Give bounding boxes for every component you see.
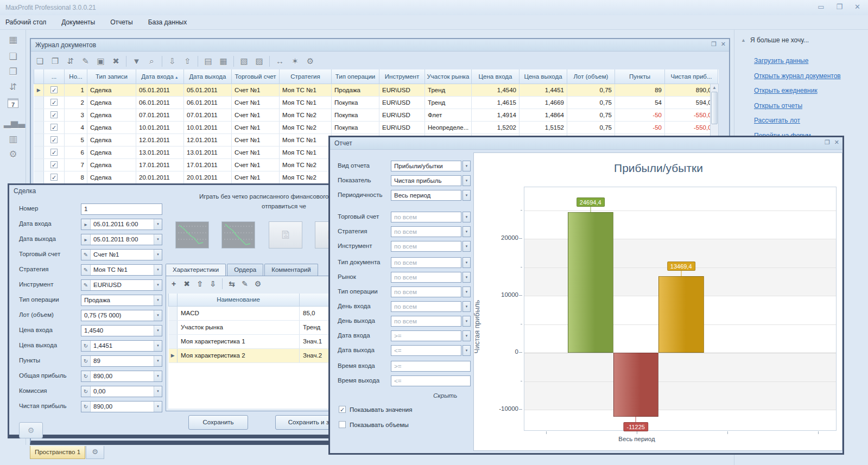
column-header[interactable]: Торговый счет xyxy=(232,69,280,84)
chevron-down-icon[interactable]: ▼ xyxy=(462,316,471,327)
restore-icon[interactable]: ❐ xyxy=(836,3,842,11)
pencil-icon[interactable]: ✎ xyxy=(81,280,91,290)
report-field-13[interactable]: <= xyxy=(391,345,461,356)
chart-bar[interactable] xyxy=(613,353,659,417)
chevron-down-icon[interactable]: ▼ xyxy=(462,241,471,252)
row-checkbox-icon[interactable]: ✓ xyxy=(50,174,58,181)
sort-asc-icon[interactable]: ⇧ xyxy=(181,54,194,68)
new-document-icon[interactable]: ❏ xyxy=(4,49,22,65)
report-field-14[interactable]: >= xyxy=(391,361,471,372)
checkbox-cell[interactable]: ✓ xyxy=(44,84,65,96)
report-field-1[interactable]: Прибыли/убытки xyxy=(391,161,461,171)
column-header[interactable]: Тип записи xyxy=(87,69,136,84)
table-row[interactable]: ✓2Сделка06.01.201106.01.2011Счет №1Моя Т… xyxy=(34,96,718,109)
chevron-down-icon[interactable]: ▼ xyxy=(154,295,162,305)
report-field-8[interactable]: по всем xyxy=(391,272,461,283)
chevron-down-icon[interactable]: ▼ xyxy=(154,219,162,230)
column-header[interactable]: Дата выхода xyxy=(184,69,232,84)
menu-item-documents[interactable]: Документы xyxy=(61,18,95,26)
column-header[interactable]: ... xyxy=(44,69,65,84)
row-checkbox-icon[interactable]: ✓ xyxy=(50,161,58,168)
table-row[interactable]: ▶✓1Сделка05.01.201105.01.2011Счет №1Моя … xyxy=(34,84,718,96)
add-record-icon[interactable]: ❏ xyxy=(33,54,47,68)
chevron-down-icon[interactable]: ▼ xyxy=(462,212,471,222)
reports-chart-icon[interactable]: ▂▅▃ xyxy=(4,116,22,131)
report-field-2[interactable]: Чистая прибыль xyxy=(391,175,461,186)
chart-bar[interactable] xyxy=(658,276,704,353)
chevron-down-icon[interactable]: ▼ xyxy=(154,250,162,260)
add-copy-icon[interactable]: ❐ xyxy=(48,54,62,68)
report-field-11[interactable]: по всем xyxy=(391,316,461,327)
restore-icon[interactable]: ❐ xyxy=(825,139,830,146)
checkbox-row[interactable]: Показывать объемы xyxy=(339,421,409,428)
move-down-icon[interactable]: ⇩ xyxy=(207,278,218,289)
column-header[interactable] xyxy=(169,294,178,306)
checkbox-cell[interactable]: ✓ xyxy=(44,96,65,109)
column-header[interactable]: Стратегия xyxy=(280,69,332,84)
delete-characteristic-icon[interactable]: ✖ xyxy=(181,278,192,289)
row-checkbox-icon[interactable]: ✓ xyxy=(50,86,58,93)
close-icon[interactable]: ✕ xyxy=(834,139,839,146)
duplicate-record-icon[interactable]: ▣ xyxy=(94,54,107,68)
column-header[interactable]: Лот (объем) xyxy=(567,69,615,84)
field-8[interactable]: 0,75 (75 000)▼ xyxy=(81,310,162,321)
table-row[interactable]: ✓4Сделка10.01.201110.01.2011Счет №1Моя Т… xyxy=(34,121,718,133)
report-field-5[interactable]: по всем xyxy=(391,226,461,237)
chevron-down-icon[interactable]: ▼ xyxy=(154,402,162,412)
journal-grid-icon[interactable]: ▦ xyxy=(4,33,22,48)
fit-columns-icon[interactable]: ↔ xyxy=(273,54,287,68)
chevron-down-icon[interactable]: ▼ xyxy=(462,257,471,268)
row-checkbox-icon[interactable]: ✓ xyxy=(50,136,58,143)
checkbox-cell[interactable]: ✓ xyxy=(44,121,65,133)
field-10[interactable]: ↻1,4451▼ xyxy=(81,340,162,352)
report-field-3[interactable]: Весь период xyxy=(391,190,461,201)
chevron-down-icon[interactable]: ▼ xyxy=(462,301,471,312)
refresh-icon[interactable]: ↻ xyxy=(81,386,91,397)
characteristics-settings-icon[interactable]: ⚙ xyxy=(252,278,263,289)
lot-calculator-icon[interactable]: ▥ xyxy=(4,132,22,147)
column-header[interactable]: Пункты xyxy=(615,69,665,84)
row-checkbox-icon[interactable]: ✓ xyxy=(50,99,58,106)
refresh-icon[interactable]: ↻ xyxy=(81,356,91,366)
menu-item-desktop[interactable]: Рабочий стол xyxy=(5,18,46,26)
field-7[interactable]: Продажа▼ xyxy=(81,295,162,306)
field-14[interactable]: ↻890,00▼ xyxy=(81,401,162,412)
column-header[interactable]: Наименование xyxy=(178,294,300,306)
chevron-down-icon[interactable]: ▼ xyxy=(154,280,162,290)
sidebar-link-4[interactable]: Открыть отчеты xyxy=(754,102,802,110)
chevron-down-icon[interactable]: ▼ xyxy=(462,161,471,171)
field-11[interactable]: ↻89▼ xyxy=(81,355,162,367)
wizard-icon[interactable]: ✶ xyxy=(288,54,302,68)
workspace-settings-button[interactable]: ⚙ xyxy=(86,446,104,459)
empty-image-placeholder[interactable] xyxy=(269,221,302,249)
tab-3[interactable]: Комментарий xyxy=(264,264,318,276)
field-6[interactable]: ✎EUR\USD▼ xyxy=(81,279,162,291)
checkbox-row[interactable]: ✓Показывать значения xyxy=(339,406,412,413)
move-up-icon[interactable]: ⇧ xyxy=(194,278,205,289)
menu-item-reports[interactable]: Отчеты xyxy=(110,18,132,26)
chevron-down-icon[interactable]: ▼ xyxy=(462,190,471,201)
chart-thumbnail[interactable] xyxy=(175,221,209,249)
checkbox-icon[interactable] xyxy=(339,421,346,428)
report-field-9[interactable]: по всем xyxy=(391,286,461,297)
tab-2[interactable]: Ордера xyxy=(227,264,263,276)
sidebar-link-3[interactable]: Открыть ежедневник xyxy=(754,87,818,94)
view-grid-icon[interactable]: ▦ xyxy=(217,54,230,68)
minimize-icon[interactable]: ▭ xyxy=(818,3,824,11)
add-import-icon[interactable]: ⇵ xyxy=(64,54,77,68)
column-header[interactable]: Чистая приб... xyxy=(665,69,718,84)
column-header[interactable]: Но... xyxy=(65,69,87,84)
play-icon[interactable]: ▸ xyxy=(81,234,91,245)
chevron-down-icon[interactable]: ▼ xyxy=(154,356,162,366)
chevron-down-icon[interactable]: ▼ xyxy=(462,272,471,283)
pencil-icon[interactable]: ✎ xyxy=(81,250,91,260)
compare-scales-icon[interactable]: ⇆ xyxy=(226,278,237,289)
field-5[interactable]: ✎Моя ТС №1▼ xyxy=(81,264,162,276)
settings-gear-icon[interactable]: ⚙ xyxy=(4,147,22,162)
checkbox-cell[interactable]: ✓ xyxy=(44,146,65,158)
field-12[interactable]: ↻890,00▼ xyxy=(81,371,162,382)
save-button[interactable]: Сохранить xyxy=(188,415,248,430)
row-checkbox-icon[interactable]: ✓ xyxy=(50,111,58,118)
sidebar-link-5[interactable]: Рассчитать лот xyxy=(754,117,800,124)
search-icon[interactable]: ⌕ xyxy=(145,54,159,68)
